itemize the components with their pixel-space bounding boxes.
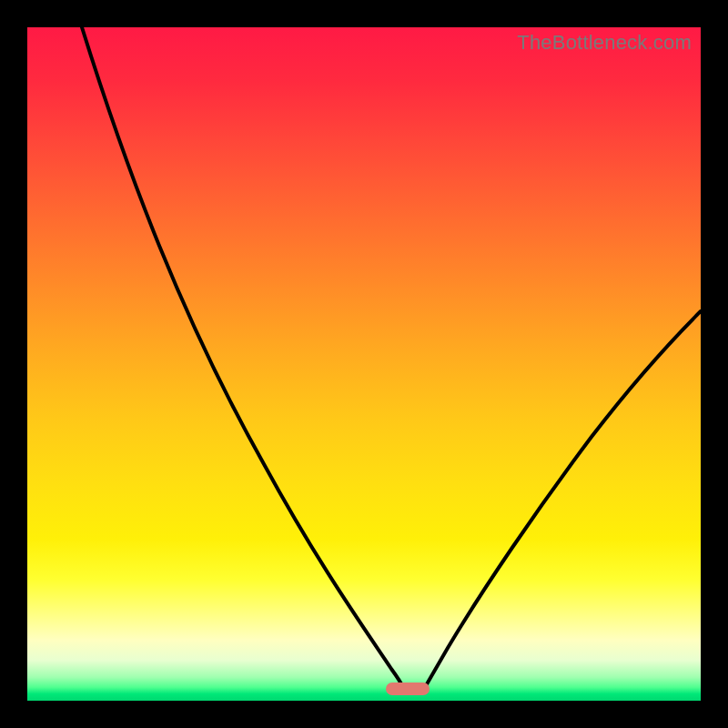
bottleneck-curve <box>27 27 701 701</box>
watermark-text: TheBottleneck.com <box>517 31 692 55</box>
curve-right-branch <box>424 311 701 689</box>
optimal-marker <box>386 682 430 695</box>
curve-left-branch <box>82 27 404 689</box>
chart-frame: TheBottleneck.com <box>0 0 728 728</box>
plot-area: TheBottleneck.com <box>27 27 701 701</box>
